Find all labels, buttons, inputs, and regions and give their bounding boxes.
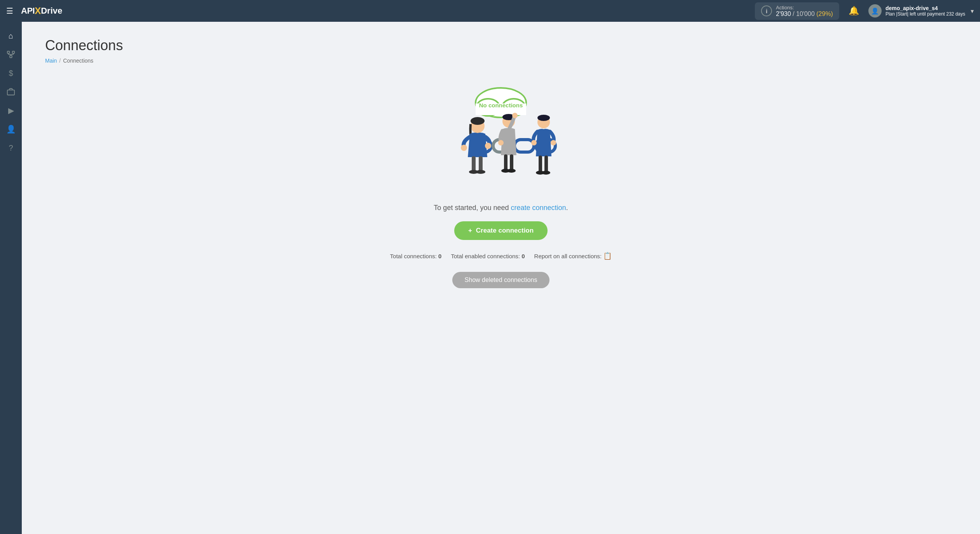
info-icon: i xyxy=(761,5,772,16)
total-connections-value: 0 xyxy=(438,253,441,259)
svg-rect-1 xyxy=(12,51,14,54)
svg-rect-22 xyxy=(472,156,476,172)
user-section[interactable]: 👤 demo_apix-drive_s4 Plan |Start| left u… xyxy=(868,4,974,18)
svg-point-19 xyxy=(471,117,485,125)
svg-rect-0 xyxy=(7,51,10,54)
actions-limit-val: 10'000 xyxy=(796,11,815,17)
svg-rect-39 xyxy=(544,156,548,173)
actions-badge[interactable]: i Actions: 2'930 / 10'000 (29%) xyxy=(755,2,839,20)
svg-point-33 xyxy=(507,169,516,173)
svg-point-29 xyxy=(498,140,504,145)
svg-rect-30 xyxy=(504,154,508,171)
svg-text:No connections: No connections xyxy=(479,102,523,109)
report-label: Report on all connections: 📋 xyxy=(534,252,612,260)
total-connections-label: Total connections: 0 xyxy=(390,253,442,259)
avatar: 👤 xyxy=(868,4,882,18)
svg-point-35 xyxy=(537,115,550,121)
hamburger-menu[interactable]: ☰ xyxy=(6,6,13,16)
svg-point-37 xyxy=(551,140,556,145)
svg-rect-31 xyxy=(510,154,513,171)
stats-row: Total connections: 0 Total enabled conne… xyxy=(390,252,612,260)
logo-drive: Drive xyxy=(41,6,62,16)
create-connection-link[interactable]: create connection xyxy=(511,204,566,212)
illustration: No connections xyxy=(423,79,579,196)
sidebar: ⌂ $ ▶ 👤 ? xyxy=(0,22,22,534)
user-name: demo_apix-drive_s4 xyxy=(886,5,965,11)
sidebar-item-home[interactable]: ⌂ xyxy=(3,28,19,44)
page-title: Connections xyxy=(45,37,957,54)
svg-point-21 xyxy=(485,143,491,149)
svg-point-25 xyxy=(476,170,485,174)
create-connection-button[interactable]: + Create connection xyxy=(454,221,548,240)
sidebar-item-video[interactable]: ▶ xyxy=(3,103,19,118)
logo-x: X xyxy=(35,5,41,16)
svg-rect-16 xyxy=(514,140,534,152)
sidebar-item-help[interactable]: ? xyxy=(3,140,19,156)
total-enabled-value: 0 xyxy=(522,253,525,259)
breadcrumb: Main / Connections xyxy=(45,58,957,64)
svg-point-20 xyxy=(461,145,467,151)
svg-point-36 xyxy=(531,140,537,145)
breadcrumb-home[interactable]: Main xyxy=(45,58,57,64)
actions-text: Actions: 2'930 / 10'000 (29%) xyxy=(776,5,833,18)
svg-rect-8 xyxy=(7,90,14,95)
illustration-area: No connections xyxy=(45,79,957,288)
actions-percent: (29%) xyxy=(816,11,833,17)
svg-point-28 xyxy=(512,113,518,118)
sidebar-item-connections[interactable] xyxy=(3,47,19,62)
sidebar-item-billing[interactable]: $ xyxy=(3,65,19,81)
show-deleted-button[interactable]: Show deleted connections xyxy=(452,272,550,288)
actions-used: 2'930 xyxy=(776,11,791,17)
main-content: Connections Main / Connections No connec… xyxy=(22,22,980,534)
notifications-button[interactable]: 🔔 xyxy=(845,4,862,18)
svg-point-41 xyxy=(542,171,550,175)
sidebar-item-projects[interactable] xyxy=(3,84,19,100)
breadcrumb-separator: / xyxy=(59,58,61,64)
svg-rect-2 xyxy=(10,56,12,58)
logo: API X Drive xyxy=(21,5,62,16)
svg-rect-23 xyxy=(479,156,483,172)
sidebar-item-profile[interactable]: 👤 xyxy=(3,121,19,137)
user-plan: Plan |Start| left until payment 232 days xyxy=(886,11,965,17)
actions-limit: / xyxy=(793,11,796,17)
cta-text: To get started, you need create connecti… xyxy=(434,204,568,212)
svg-rect-38 xyxy=(539,156,542,173)
plus-icon: + xyxy=(468,227,472,235)
logo-api: API xyxy=(21,6,35,16)
chevron-down-icon: ▾ xyxy=(971,7,974,15)
breadcrumb-current: Connections xyxy=(63,58,93,64)
total-enabled-label: Total enabled connections: 0 xyxy=(451,253,525,259)
report-icon[interactable]: 📋 xyxy=(603,252,612,260)
